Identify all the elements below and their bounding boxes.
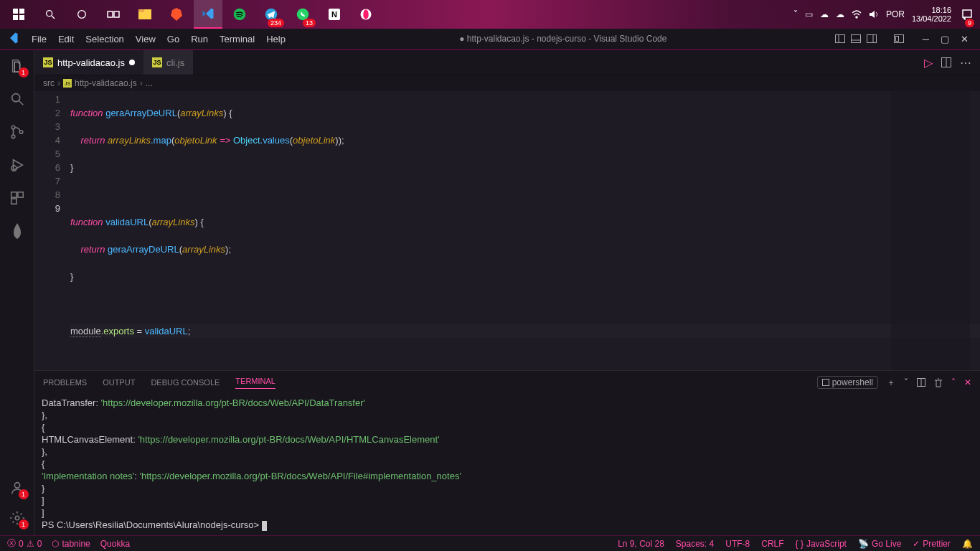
chevron-down-icon[interactable]: ˅ [904,377,908,387]
status-bell-icon[interactable]: 🔔 [962,539,973,549]
status-language[interactable]: { } JavaScript [796,539,847,549]
terminal-shell-select[interactable]: powershell [817,376,878,389]
status-golive[interactable]: 📡 Go Live [858,539,901,549]
status-errors[interactable]: ⓧ 0 ⚠ 0 [7,537,42,550]
svg-rect-36 [11,199,16,204]
wifi-icon[interactable] [852,10,862,19]
brave-icon[interactable] [162,0,191,29]
new-terminal-icon[interactable]: ＋ [887,377,895,389]
panel-tab-debugconsole[interactable]: DEBUG CONSOLE [151,378,220,387]
minimap[interactable] [891,91,970,370]
debug-icon[interactable] [7,155,27,175]
status-quokka[interactable]: Quokka [100,539,130,549]
split-editor-icon[interactable] [941,57,951,67]
breadcrumb-file[interactable]: http-validacao.js [75,78,137,88]
settings-badge: 1 [19,519,29,529]
svg-rect-1 [19,9,24,14]
opera-icon[interactable] [352,0,380,29]
status-tabnine[interactable]: ⬡ tabnine [52,539,90,549]
settings-icon[interactable]: 1 [7,508,27,528]
status-prettier[interactable]: ✓ Prettier [913,539,951,549]
menu-help[interactable]: Help [260,34,291,44]
svg-rect-3 [19,15,24,20]
chevron-up-icon[interactable]: ˄ [951,377,956,387]
menu-go[interactable]: Go [161,34,185,44]
svg-rect-20 [835,35,844,43]
extensions-icon[interactable] [7,188,27,208]
svg-rect-10 [138,9,144,12]
mongodb-icon[interactable] [7,221,27,241]
language-indicator[interactable]: POR [886,9,905,19]
svg-point-37 [14,483,19,488]
spotify-icon[interactable] [225,0,254,29]
code-body[interactable]: function geraArrayDeURL(arrayLinks) { re… [70,91,980,370]
breadcrumb-more[interactable]: ... [146,78,153,88]
chevron-up-icon[interactable]: ˅ [793,9,798,19]
minimize-button[interactable]: ─ [923,34,929,44]
code-editor[interactable]: 1 2 3 4 5 6 7 8 9 function geraArrayDeUR… [34,91,980,370]
svg-rect-2 [13,15,18,20]
status-spaces[interactable]: Spaces: 4 [676,539,714,549]
svg-rect-41 [822,380,829,386]
panel-tab-problems[interactable]: PROBLEMS [43,378,87,387]
taskbar-tray: ˅ ▭ ☁ ☁ POR 18:16 13/04/2022 9 [793,0,976,29]
svg-rect-22 [851,35,860,43]
svg-rect-8 [114,11,119,17]
svg-rect-35 [17,192,22,197]
menu-terminal[interactable]: Terminal [214,34,260,44]
terminal-output[interactable]: DataTransfer: 'https://developer.mozilla… [34,394,980,535]
close-panel-icon[interactable]: ✕ [964,377,971,387]
battery-icon[interactable]: ▭ [805,9,813,19]
trash-icon[interactable] [934,378,943,387]
tab-http-validacao[interactable]: JS http-validacao.js [34,50,143,75]
telegram-icon[interactable]: 234 [257,0,286,29]
run-icon[interactable]: ▷ [924,56,933,70]
svg-line-29 [19,101,23,105]
search-sidebar-icon[interactable] [7,89,27,109]
split-terminal-icon[interactable] [917,378,925,387]
source-control-icon[interactable] [7,122,27,142]
menu-view[interactable]: View [130,34,161,44]
explorer-icon[interactable]: 1 [7,56,27,76]
status-lncol[interactable]: Ln 9, Col 28 [618,539,664,549]
breadcrumb-src[interactable]: src [43,78,55,88]
tab-label: http-validacao.js [57,57,125,68]
svg-rect-27 [895,37,898,42]
cloud-icon[interactable]: ☁ [836,9,844,19]
maximize-button[interactable]: ▢ [941,34,949,44]
whatsapp-icon[interactable]: 13 [288,0,317,29]
more-icon[interactable]: ⋯ [960,56,971,70]
volume-icon[interactable] [869,10,879,19]
tab-cli[interactable]: JS cli.js [143,50,193,75]
taskbar-apps: 234 13 N [4,0,380,29]
taskview-icon[interactable] [99,0,128,29]
start-icon[interactable] [4,0,33,29]
menu-run[interactable]: Run [185,34,214,44]
explorer-app-icon[interactable] [131,0,159,29]
vscode-app-icon[interactable] [194,0,222,29]
close-button[interactable]: ✕ [961,34,969,44]
whatsapp-badge: 13 [303,19,316,27]
status-eol[interactable]: CRLF [761,539,783,549]
vscode-window: File Edit Selection View Go Run Terminal… [0,29,980,551]
accounts-icon[interactable]: 1 [7,478,27,498]
onedrive-icon[interactable]: ☁ [820,9,829,19]
notifications-icon[interactable]: 9 [958,0,976,29]
panel-tab-terminal[interactable]: TERMINAL [235,377,275,389]
cortana-icon[interactable] [67,0,96,29]
breadcrumb[interactable]: src › JS http-validacao.js › ... [34,75,980,91]
notion-icon[interactable]: N [320,0,349,29]
panel-tab-output[interactable]: OUTPUT [103,378,135,387]
svg-point-6 [78,11,86,19]
menu-file[interactable]: File [26,34,52,44]
js-file-icon: JS [63,79,72,88]
layout-icons[interactable] [835,34,904,43]
window-title: ● http-validacao.js - nodejs-curso - Vis… [291,34,835,44]
menu-selection[interactable]: Selection [80,34,129,44]
window-controls: ─ ▢ ✕ [917,34,974,44]
menu-edit[interactable]: Edit [52,34,80,44]
status-encoding[interactable]: UTF-8 [725,539,750,549]
taskbar-clock[interactable]: 18:16 13/04/2022 [912,6,951,23]
search-icon[interactable] [36,0,65,29]
windows-taskbar: 234 13 N ˅ ▭ ☁ ☁ POR 18:16 13/04/2022 9 [0,0,980,29]
